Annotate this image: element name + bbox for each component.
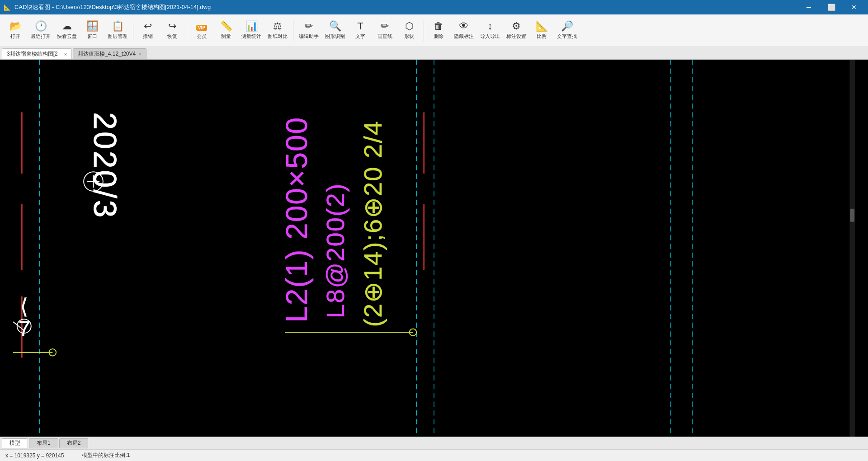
text-icon: T <box>357 21 363 31</box>
delete-icon: 🗑 <box>434 21 443 31</box>
maximize-button[interactable]: ⬜ <box>821 0 842 14</box>
tool-line[interactable]: ✏画直线 <box>373 16 396 45</box>
measure-stat-label: 测量统计 <box>241 33 261 40</box>
tool-text-find[interactable]: 🔎文字查找 <box>554 16 580 45</box>
tabbar: 3邦达宿舍楼结构图[2--×邦达值班楼_4.12_t20V4× <box>0 47 868 60</box>
model-tab-model[interactable]: 模型 <box>2 438 28 448</box>
toolbar-divider <box>133 20 133 42</box>
undo-label: 撤销 <box>143 33 153 40</box>
tool-vip[interactable]: VIP会员 <box>190 16 213 45</box>
tool-recent[interactable]: 🕐最近打开 <box>28 16 53 45</box>
tab-close-button[interactable]: × <box>138 52 141 57</box>
model-tabs: 模型布局1布局2 <box>0 437 868 449</box>
measure-label: 测量 <box>221 33 231 40</box>
measure-stat-icon: 📊 <box>245 21 258 31</box>
scale-display: 模型中的标注比例:1 <box>82 452 130 459</box>
app-icon: 📐 <box>4 4 11 11</box>
svg-text:⟨: ⟨ <box>20 295 28 318</box>
model-tab-layout1[interactable]: 布局1 <box>29 438 58 448</box>
window-icon: 🪟 <box>86 21 99 31</box>
svg-text:L8@200(2): L8@200(2) <box>321 183 349 319</box>
toolbar-divider <box>187 20 187 42</box>
tool-layers[interactable]: 📋图层管理 <box>105 16 130 45</box>
tab-tab2[interactable]: 邦达值班楼_4.12_t20V4× <box>73 48 146 59</box>
hide-mark-icon: 👁 <box>459 21 469 31</box>
compare-icon: ⚖ <box>273 21 282 31</box>
import-export-label: 导入导出 <box>480 33 500 40</box>
recent-label: 最近打开 <box>31 33 51 40</box>
layers-label: 图层管理 <box>108 33 127 40</box>
redo-label: 恢复 <box>167 33 177 40</box>
import-export-icon: ↕ <box>488 21 493 31</box>
statusbar: x = 1019325 y = 920145 模型中的标注比例:1 <box>0 449 868 461</box>
tool-shape[interactable]: ⬡形状 <box>397 16 421 45</box>
hide-mark-label: 隐藏标注 <box>454 33 474 40</box>
tool-window[interactable]: 🪟窗口 <box>80 16 104 45</box>
tool-scale[interactable]: 📐比例 <box>530 16 553 45</box>
mark-settings-label: 标注设置 <box>506 33 526 40</box>
shape-detect-label: 图形识别 <box>325 33 345 40</box>
minimize-button[interactable]: ─ <box>798 0 819 14</box>
vip-icon: VIP <box>196 21 207 31</box>
line-label: 画直线 <box>377 33 392 40</box>
open-label: 打开 <box>10 33 20 40</box>
cloud-label: 快看云盘 <box>57 33 77 40</box>
tool-hide-mark[interactable]: 👁隐藏标注 <box>451 16 476 45</box>
tool-undo[interactable]: ↩撤销 <box>136 16 160 45</box>
tool-redo[interactable]: ↪恢复 <box>160 16 184 45</box>
tool-edit-helper[interactable]: ✏编辑助手 <box>296 16 321 45</box>
titlebar: 📐 CAD快速看图 - C:\Users\123\Desktop\3邦达宿舍楼结… <box>0 0 868 14</box>
titlebar-controls: ─ ⬜ ✕ <box>798 0 864 14</box>
window-label: 窗口 <box>87 33 97 40</box>
vip-label: 会员 <box>197 33 207 40</box>
scale-label: 比例 <box>537 33 547 40</box>
tool-shape-detect[interactable]: 🔍图形识别 <box>322 16 348 45</box>
toolbar-divider <box>293 20 293 42</box>
edit-helper-label: 编辑助手 <box>299 33 319 40</box>
undo-icon: ↩ <box>144 21 152 31</box>
svg-text:(2⊕14);6⊕20 2/4: (2⊕14);6⊕20 2/4 <box>359 120 387 327</box>
shape-icon: ⬡ <box>405 21 414 31</box>
tab-label: 邦达值班楼_4.12_t20V4 <box>78 50 136 58</box>
tool-open[interactable]: 📂打开 <box>4 16 27 45</box>
tool-measure-stat[interactable]: 📊测量统计 <box>239 16 264 45</box>
text-find-icon: 🔎 <box>561 21 573 31</box>
cad-canvas[interactable]: 2020/3 L2(1) 200×500 L8@200(2) (2⊕14);6⊕… <box>0 60 868 437</box>
svg-text:L2(1) 200×500: L2(1) 200×500 <box>280 117 313 323</box>
shape-label: 形状 <box>404 33 414 40</box>
tool-mark-settings[interactable]: ⚙标注设置 <box>504 16 529 45</box>
text-find-label: 文字查找 <box>557 33 577 40</box>
svg-text:2020/3: 2020/3 <box>87 112 123 219</box>
model-tab-layout2[interactable]: 布局2 <box>59 438 89 448</box>
shape-detect-icon: 🔍 <box>329 21 341 31</box>
measure-icon: 📏 <box>220 21 232 31</box>
toolbar: 📂打开🕐最近打开☁快看云盘🪟窗口📋图层管理↩撤销↪恢复VIP会员📏测量📊测量统计… <box>0 14 868 47</box>
tool-text[interactable]: T文字 <box>349 16 372 45</box>
cloud-icon: ☁ <box>62 21 72 31</box>
redo-icon: ↪ <box>168 21 176 31</box>
svg-rect-26 <box>849 60 855 437</box>
tool-delete[interactable]: 🗑删除 <box>427 16 450 45</box>
compare-label: 图纸对比 <box>268 33 288 40</box>
edit-helper-icon: ✏ <box>305 21 313 31</box>
tab-close-button[interactable]: × <box>64 52 67 57</box>
titlebar-title: CAD快速看图 - C:\Users\123\Desktop\3邦达宿舍楼结构图… <box>14 3 211 11</box>
tool-import-export[interactable]: ↕导入导出 <box>477 16 503 45</box>
recent-icon: 🕐 <box>35 21 47 31</box>
tool-compare[interactable]: ⚖图纸对比 <box>265 16 290 45</box>
layers-icon: 📋 <box>112 21 124 31</box>
tab-tab1[interactable]: 3邦达宿舍楼结构图[2--× <box>2 48 72 59</box>
toolbar-divider <box>424 20 424 42</box>
line-icon: ✏ <box>381 21 389 31</box>
coords-display: x = 1019325 y = 920145 <box>5 452 64 459</box>
svg-rect-27 <box>850 209 854 222</box>
mark-settings-icon: ⚙ <box>512 21 521 31</box>
tool-measure[interactable]: 📏测量 <box>214 16 238 45</box>
tool-cloud[interactable]: ☁快看云盘 <box>54 16 80 45</box>
tab-label: 3邦达宿舍楼结构图[2-- <box>7 50 61 58</box>
titlebar-left: 📐 CAD快速看图 - C:\Users\123\Desktop\3邦达宿舍楼结… <box>4 3 211 11</box>
delete-label: 删除 <box>434 33 443 40</box>
scale-icon: 📐 <box>536 21 548 31</box>
text-label: 文字 <box>355 33 365 40</box>
close-button[interactable]: ✕ <box>844 0 864 14</box>
